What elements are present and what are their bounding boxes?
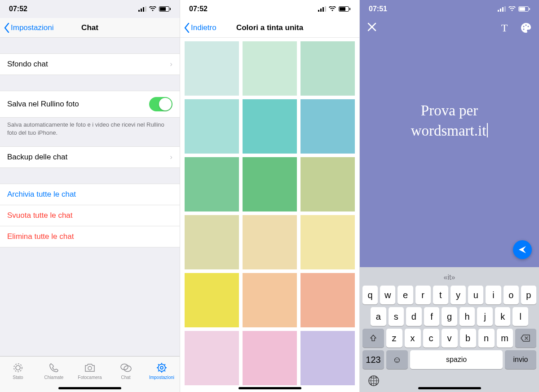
color-swatch[interactable] bbox=[243, 331, 297, 385]
key-e[interactable]: e bbox=[398, 286, 413, 304]
home-indicator[interactable] bbox=[239, 387, 301, 389]
key-t[interactable]: t bbox=[433, 286, 448, 304]
key-s[interactable]: s bbox=[389, 307, 404, 326]
color-swatch[interactable] bbox=[300, 215, 355, 269]
key-p[interactable]: p bbox=[521, 286, 536, 304]
svg-point-32 bbox=[523, 29, 525, 30]
color-swatch[interactable] bbox=[243, 99, 297, 154]
color-swatch[interactable] bbox=[185, 99, 239, 154]
key-i[interactable]: i bbox=[486, 286, 501, 304]
key-backspace[interactable] bbox=[515, 329, 537, 348]
row-chat-backup[interactable]: Backup delle chat › bbox=[0, 146, 180, 168]
key-q[interactable]: q bbox=[362, 286, 378, 304]
svg-rect-22 bbox=[500, 9, 501, 12]
phone-settings-chat: 07:52 Impostazioni Chat Sfondo chat › bbox=[0, 0, 180, 392]
svg-rect-27 bbox=[529, 8, 530, 10]
key-m[interactable]: m bbox=[497, 329, 513, 348]
close-button[interactable] bbox=[367, 22, 379, 34]
home-indicator[interactable] bbox=[418, 387, 481, 389]
color-swatch[interactable] bbox=[300, 157, 355, 211]
key-z[interactable]: z bbox=[386, 329, 402, 348]
key-return[interactable]: invio bbox=[505, 350, 536, 369]
key-c[interactable]: c bbox=[423, 329, 439, 348]
keyboard-suggestion[interactable]: «it» bbox=[362, 270, 537, 284]
text-canvas[interactable]: Prova per wordsmart.it bbox=[360, 38, 539, 267]
key-h[interactable]: h bbox=[459, 307, 475, 326]
camera-icon bbox=[84, 361, 96, 374]
key-j[interactable]: j bbox=[477, 307, 493, 326]
key-l[interactable]: l bbox=[512, 307, 528, 326]
color-swatch[interactable] bbox=[243, 273, 297, 327]
key-y[interactable]: y bbox=[451, 286, 466, 304]
key-shift[interactable] bbox=[362, 329, 384, 348]
text-tool-button[interactable]: T bbox=[499, 22, 510, 34]
key-u[interactable]: u bbox=[468, 286, 483, 304]
color-swatch[interactable] bbox=[300, 331, 355, 385]
color-grid-container[interactable] bbox=[180, 38, 359, 392]
back-label: Indietro bbox=[191, 23, 216, 32]
key-b[interactable]: b bbox=[460, 329, 476, 348]
globe-button[interactable] bbox=[368, 375, 380, 388]
palette-button[interactable] bbox=[520, 22, 532, 34]
color-swatch[interactable] bbox=[300, 41, 355, 96]
key-v[interactable]: v bbox=[442, 329, 458, 348]
status-bar: 07:52 bbox=[0, 0, 180, 18]
toggle-save-camera[interactable] bbox=[149, 97, 172, 111]
svg-point-13 bbox=[160, 366, 163, 369]
key-o[interactable]: o bbox=[504, 286, 519, 304]
svg-rect-0 bbox=[138, 10, 140, 12]
svg-point-30 bbox=[526, 25, 527, 26]
key-a[interactable]: a bbox=[371, 307, 386, 326]
key-numbers[interactable]: 123 bbox=[362, 350, 384, 369]
color-swatch[interactable] bbox=[243, 157, 297, 211]
key-d[interactable]: d bbox=[406, 307, 422, 326]
back-button[interactable]: Indietro bbox=[184, 23, 216, 33]
key-g[interactable]: g bbox=[442, 307, 457, 326]
key-k[interactable]: k bbox=[495, 307, 511, 326]
tab-camera[interactable]: Fotocamera bbox=[72, 361, 108, 380]
color-swatch[interactable] bbox=[300, 273, 355, 327]
tab-label: Chiamate bbox=[44, 375, 64, 380]
tab-chats[interactable]: Chat bbox=[108, 361, 144, 380]
row-clear-all[interactable]: Svuota tutte le chat bbox=[0, 205, 180, 226]
color-swatch[interactable] bbox=[185, 157, 239, 211]
key-n[interactable]: n bbox=[478, 329, 495, 348]
tab-calls[interactable]: Chiamate bbox=[36, 361, 72, 380]
key-emoji[interactable]: ☺ bbox=[386, 350, 408, 369]
key-x[interactable]: x bbox=[405, 329, 421, 348]
color-swatch[interactable] bbox=[243, 41, 297, 96]
color-swatch[interactable] bbox=[185, 215, 239, 269]
back-button[interactable]: Impostazioni bbox=[4, 23, 53, 33]
home-indicator[interactable] bbox=[58, 387, 121, 389]
color-swatch[interactable] bbox=[185, 41, 239, 96]
key-w[interactable]: w bbox=[380, 286, 395, 304]
chat-icon bbox=[119, 361, 132, 374]
color-grid bbox=[185, 41, 355, 385]
row-footer-note: Salva automaticamente le foto e i video … bbox=[0, 118, 180, 137]
row-delete-all[interactable]: Elimina tutte le chat bbox=[0, 226, 180, 247]
tab-label: Impostazioni bbox=[149, 375, 174, 380]
text-content: Prova per wordsmart.it bbox=[411, 101, 488, 141]
color-swatch[interactable] bbox=[185, 331, 239, 385]
signal-icon bbox=[138, 6, 146, 12]
key-space[interactable]: spazio bbox=[410, 350, 503, 369]
color-swatch[interactable] bbox=[243, 215, 297, 269]
color-swatch[interactable] bbox=[300, 99, 355, 154]
signal-icon bbox=[498, 6, 506, 12]
row-save-camera-roll[interactable]: Salva nel Rullino foto bbox=[0, 91, 180, 118]
color-swatch[interactable] bbox=[185, 273, 239, 327]
key-r[interactable]: r bbox=[415, 286, 431, 304]
status-time: 07:51 bbox=[369, 5, 387, 13]
tab-settings[interactable]: Impostazioni bbox=[144, 361, 180, 380]
tab-status[interactable]: Stato bbox=[0, 361, 36, 380]
send-button[interactable] bbox=[513, 240, 532, 259]
key-f[interactable]: f bbox=[424, 307, 440, 326]
status-right bbox=[498, 6, 530, 12]
row-chat-wallpaper[interactable]: Sfondo chat › bbox=[0, 53, 180, 75]
chevron-left-icon bbox=[184, 23, 190, 33]
svg-rect-26 bbox=[519, 7, 525, 11]
chevron-left-icon bbox=[4, 23, 10, 33]
svg-rect-23 bbox=[502, 7, 504, 12]
phone-solid-colors: 07:52 Indietro Colori a tinta unita bbox=[180, 0, 359, 392]
row-archive-all[interactable]: Archivia tutte le chat bbox=[0, 184, 180, 205]
